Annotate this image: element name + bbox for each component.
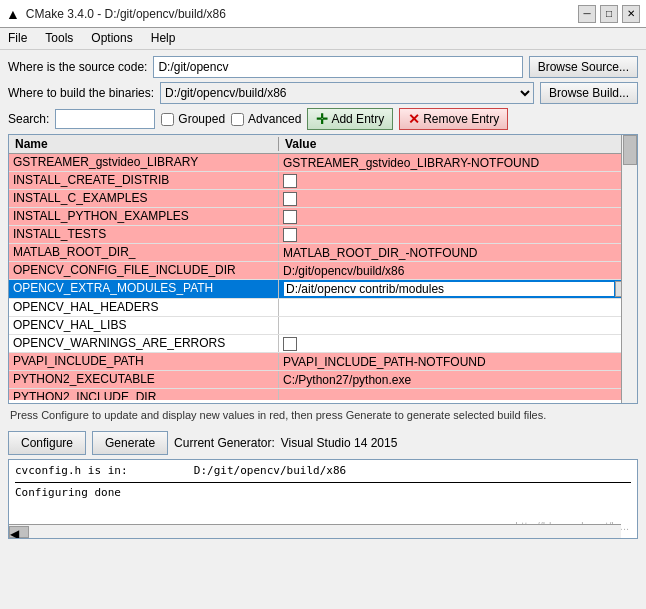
cell-name: OPENCV_HAL_LIBS — [9, 317, 279, 334]
grouped-checkbox-group: Grouped — [161, 112, 225, 126]
checkbox-cell — [283, 210, 297, 224]
x-icon: ✕ — [408, 111, 420, 127]
cell-value — [279, 190, 637, 207]
title-bar-left: ▲ CMake 3.4.0 - D:/git/opencv/build/x86 — [6, 6, 226, 22]
cell-value — [279, 317, 637, 334]
cell-name: MATLAB_ROOT_DIR_ — [9, 244, 279, 261]
table-row[interactable]: OPENCV_WARNINGS_ARE_ERRORS — [9, 335, 637, 353]
cell-value: GSTREAMER_gstvideo_LIBRARY-NOTFOUND — [279, 154, 637, 171]
generator-value: Visual Studio 14 2015 — [281, 436, 638, 450]
table-row[interactable]: OPENCV_HAL_LIBS — [9, 317, 637, 335]
add-entry-label: Add Entry — [331, 112, 384, 126]
scrollbar-thumb[interactable] — [623, 135, 637, 165]
table-row-selected[interactable]: OPENCV_EXTRA_MODULES_PATH ... ➜ — [9, 280, 637, 299]
cell-value — [279, 389, 637, 400]
title-bar: ▲ CMake 3.4.0 - D:/git/opencv/build/x86 … — [0, 0, 646, 28]
table-row[interactable]: OPENCV_HAL_HEADERS — [9, 299, 637, 317]
menu-bar: File Tools Options Help — [0, 28, 646, 50]
horizontal-scrollbar[interactable]: ◀ — [9, 524, 621, 538]
search-input[interactable] — [55, 109, 155, 129]
binaries-select[interactable]: D:/git/opencv/build/x86 — [160, 82, 534, 104]
cell-value — [279, 208, 637, 225]
table-row[interactable]: MATLAB_ROOT_DIR_ MATLAB_ROOT_DIR_-NOTFOU… — [9, 244, 637, 262]
grouped-label: Grouped — [178, 112, 225, 126]
table-row[interactable]: PYTHON2_INCLUDE_DIR — [9, 389, 637, 400]
window-title: CMake 3.4.0 - D:/git/opencv/build/x86 — [26, 7, 226, 21]
minimize-button[interactable]: ─ — [578, 5, 596, 23]
cell-name: INSTALL_C_EXAMPLES — [9, 190, 279, 207]
config-table: Name Value GSTREAMER_gstvideo_LIBRARY GS… — [8, 134, 638, 404]
table-header: Name Value — [9, 135, 637, 154]
menu-options[interactable]: Options — [87, 30, 136, 47]
table-row[interactable]: PYTHON2_EXECUTABLE C:/Python27/python.ex… — [9, 371, 637, 389]
source-input[interactable] — [153, 56, 522, 78]
add-entry-button[interactable]: ✛ Add Entry — [307, 108, 393, 130]
table-body: GSTREAMER_gstvideo_LIBRARY GSTREAMER_gst… — [9, 154, 637, 400]
search-row: Search: Grouped Advanced ✛ Add Entry ✕ R… — [8, 108, 638, 130]
checkbox-cell — [283, 337, 297, 351]
source-row: Where is the source code: Browse Source.… — [8, 56, 638, 78]
checkbox-cell — [283, 228, 297, 242]
title-controls[interactable]: ─ □ ✕ — [578, 5, 640, 23]
log-line1-label: cvconfig.h is in: — [15, 464, 128, 477]
source-label: Where is the source code: — [8, 60, 147, 74]
table-row[interactable]: PVAPI_INCLUDE_PATH PVAPI_INCLUDE_PATH-NO… — [9, 353, 637, 371]
checkbox-cell — [283, 192, 297, 206]
cell-value-selected: ... ➜ — [279, 280, 637, 298]
cell-name: OPENCV_HAL_HEADERS — [9, 299, 279, 316]
cell-name: INSTALL_CREATE_DISTRIB — [9, 172, 279, 189]
log-line1-value: D:/git/opencv/build/x86 — [194, 464, 346, 477]
browse-build-button[interactable]: Browse Build... — [540, 82, 638, 104]
table-row[interactable]: GSTREAMER_gstvideo_LIBRARY GSTREAMER_gst… — [9, 154, 637, 172]
menu-file[interactable]: File — [4, 30, 31, 47]
main-content: Where is the source code: Browse Source.… — [0, 50, 646, 545]
table-row[interactable]: INSTALL_CREATE_DISTRIB — [9, 172, 637, 190]
configure-button[interactable]: Configure — [8, 431, 86, 455]
log-section: cvconfig.h is in: D:/git/opencv/build/x8… — [8, 459, 638, 539]
selected-value-input[interactable] — [283, 281, 615, 297]
cmake-logo: ▲ — [6, 6, 20, 22]
binaries-label: Where to build the binaries: — [8, 86, 154, 100]
col-name-header: Name — [9, 137, 279, 151]
close-button[interactable]: ✕ — [622, 5, 640, 23]
vertical-scrollbar[interactable] — [621, 135, 637, 403]
binaries-row: Where to build the binaries: D:/git/open… — [8, 82, 638, 104]
cell-name: INSTALL_PYTHON_EXAMPLES — [9, 208, 279, 225]
advanced-checkbox[interactable] — [231, 113, 244, 126]
cell-value: PVAPI_INCLUDE_PATH-NOTFOUND — [279, 353, 637, 370]
cell-value — [279, 335, 637, 352]
cell-name: OPENCV_CONFIG_FILE_INCLUDE_DIR — [9, 262, 279, 279]
h-scroll-left[interactable]: ◀ — [9, 526, 29, 538]
generator-label: Current Generator: — [174, 436, 275, 450]
menu-help[interactable]: Help — [147, 30, 180, 47]
grouped-checkbox[interactable] — [161, 113, 174, 126]
cell-value — [279, 299, 637, 316]
cell-name: PVAPI_INCLUDE_PATH — [9, 353, 279, 370]
table-row[interactable]: INSTALL_C_EXAMPLES — [9, 190, 637, 208]
maximize-button[interactable]: □ — [600, 5, 618, 23]
info-text: Press Configure to update and display ne… — [8, 404, 638, 427]
cell-value: C:/Python27/python.exe — [279, 371, 637, 388]
cell-name: PYTHON2_INCLUDE_DIR — [9, 389, 279, 400]
cell-name-selected: OPENCV_EXTRA_MODULES_PATH — [9, 280, 279, 298]
bottom-buttons: Configure Generate Current Generator: Vi… — [8, 431, 638, 455]
browse-source-button[interactable]: Browse Source... — [529, 56, 638, 78]
advanced-label: Advanced — [248, 112, 301, 126]
log-divider — [15, 482, 631, 483]
advanced-checkbox-group: Advanced — [231, 112, 301, 126]
generate-button[interactable]: Generate — [92, 431, 168, 455]
log-line2: Configuring done — [15, 485, 631, 502]
cell-value — [279, 172, 637, 189]
search-label: Search: — [8, 112, 49, 126]
cell-name: PYTHON2_EXECUTABLE — [9, 371, 279, 388]
menu-tools[interactable]: Tools — [41, 30, 77, 47]
col-value-header: Value — [279, 137, 637, 151]
table-row[interactable]: INSTALL_PYTHON_EXAMPLES — [9, 208, 637, 226]
cell-name: OPENCV_WARNINGS_ARE_ERRORS — [9, 335, 279, 352]
table-row[interactable]: INSTALL_TESTS — [9, 226, 637, 244]
checkbox-cell — [283, 174, 297, 188]
remove-entry-button[interactable]: ✕ Remove Entry — [399, 108, 508, 130]
log-line1: cvconfig.h is in: D:/git/opencv/build/x8… — [15, 463, 631, 480]
table-row[interactable]: OPENCV_CONFIG_FILE_INCLUDE_DIR D:/git/op… — [9, 262, 637, 280]
log-content: cvconfig.h is in: D:/git/opencv/build/x8… — [9, 460, 637, 504]
